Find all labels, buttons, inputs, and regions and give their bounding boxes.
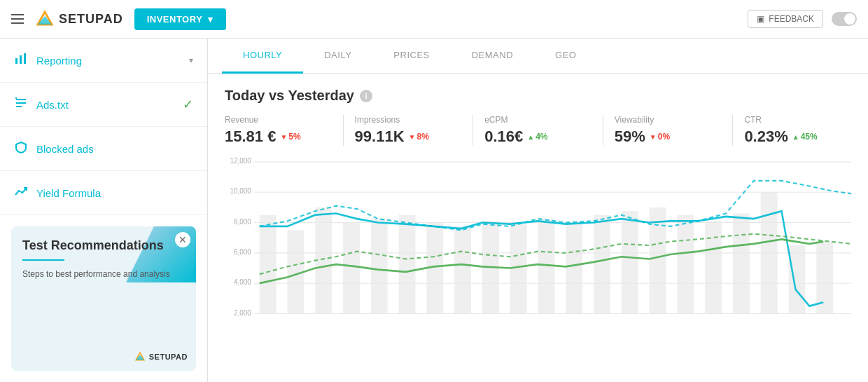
logo-icon [35,9,55,29]
sidebar-item-blocked-ads[interactable]: Blocked ads [0,127,207,171]
viewability-label: Viewability [615,115,708,125]
ecpm-amount: 0.16€ [484,128,523,146]
down-arrow-icon: ▼ [409,133,416,141]
ecpm-label: eCPM [484,115,578,125]
metrics-row: Revenue 15.81 € ▼ 5% Impressions 99.11K [225,115,851,146]
logo: SETUPAD [35,9,123,29]
ecpm-value: 0.16€ ▲ 4% [484,128,578,146]
up-arrow-icon: ▲ [792,133,799,141]
svg-text:6,000: 6,000 [234,248,251,256]
down-arrow-icon: ▼ [650,133,657,141]
content-area: HOURLY DAILY PRICES DEMAND GEO Today vs … [208,39,868,382]
revenue-change: ▼ 5% [280,132,300,142]
chevron-down-icon: ▾ [208,14,214,25]
ecpm-change-value: 4% [536,132,547,142]
promo-title: Test Recommendations [22,238,185,254]
sidebar-item-ads-txt[interactable]: Ads.txt ✓ [0,83,207,127]
svg-rect-2 [15,58,18,64]
svg-text:8,000: 8,000 [234,217,251,225]
promo-card: ✕ Test Recommendations Steps to best per… [11,226,196,371]
svg-rect-28 [399,215,416,314]
header: SETUPAD INVENTORY ▾ ▣ FEEDBACK [0,0,868,39]
viewability-change: ▼ 0% [650,132,670,142]
viewability-value: 59% ▼ 0% [615,128,708,146]
metric-divider-4 [732,115,733,146]
tab-demand[interactable]: DEMAND [451,39,534,74]
svg-rect-35 [594,215,610,314]
chart-svg: 12,000 10,000 8,000 6,000 4,000 2,000 [225,154,851,336]
ctr-label: CTR [744,115,837,125]
metric-divider-1 [343,115,344,146]
tab-geo[interactable]: GEO [534,39,597,74]
svg-rect-39 [705,221,722,313]
shield-icon [14,141,28,156]
feedback-icon: ▣ [757,14,764,24]
svg-text:4,000: 4,000 [234,278,251,286]
ctr-amount: 0.23% [744,128,788,146]
impressions-change: ▼ 8% [409,132,429,142]
metric-divider-3 [603,115,603,146]
impressions-change-value: 8% [416,132,428,142]
header-right: ▣ FEEDBACK [748,10,857,28]
sidebar: Reporting ▾ Ads.txt ✓ Blocked ads Yield … [0,39,208,382]
revenue-value: 15.81 € ▼ 5% [225,128,318,146]
impressions-value: 99.11K ▼ 8% [355,128,448,146]
revenue-change-value: 5% [288,132,300,142]
metric-ctr: CTR 0.23% ▲ 45% [744,115,851,146]
inventory-label: INVENTORY [147,14,203,25]
logo-text: SETUPAD [59,12,123,27]
svg-rect-34 [566,223,582,314]
down-arrow-icon: ▼ [280,133,287,141]
feedback-label: FEEDBACK [769,14,814,24]
chart-area: Today vs Yesterday i Revenue 15.81 € ▼ 5… [208,74,868,382]
ctr-change: ▲ 45% [792,132,818,142]
info-icon[interactable]: i [360,90,372,102]
ecpm-change: ▲ 4% [527,132,547,142]
svg-text:12,000: 12,000 [230,157,251,165]
tab-prices[interactable]: PRICES [372,39,450,74]
metric-revenue: Revenue 15.81 € ▼ 5% [225,115,332,146]
promo-divider [22,259,64,261]
svg-rect-27 [371,219,388,313]
revenue-label: Revenue [225,115,318,125]
svg-text:2,000: 2,000 [234,308,251,316]
inventory-button[interactable]: INVENTORY ▾ [134,8,226,30]
svg-rect-4 [24,53,26,64]
chart-icon [14,53,28,68]
metric-divider-2 [472,115,473,146]
ctr-change-value: 45% [801,132,818,142]
tab-hourly[interactable]: HOURLY [222,39,303,74]
main-layout: Reporting ▾ Ads.txt ✓ Blocked ads Yield … [0,39,868,382]
svg-rect-38 [677,215,694,314]
check-icon: ✓ [183,97,193,112]
line-chart: 12,000 10,000 8,000 6,000 4,000 2,000 [225,154,851,336]
blocked-ads-label: Blocked ads [36,143,193,155]
up-arrow-icon: ▲ [527,133,534,141]
viewability-change-value: 0% [658,132,670,142]
header-left: SETUPAD INVENTORY ▾ [11,8,226,30]
impressions-label: Impressions [355,115,448,125]
trending-icon [14,185,28,200]
sidebar-item-reporting[interactable]: Reporting ▾ [0,39,207,83]
svg-rect-41 [761,192,778,313]
metric-ecpm: eCPM 0.16€ ▲ 4% [484,115,592,146]
hamburger-menu[interactable] [11,14,24,24]
svg-rect-32 [510,224,527,314]
revenue-amount: 15.81 € [225,128,276,146]
svg-rect-40 [733,214,750,314]
promo-logo-icon [134,351,146,362]
promo-text: Steps to best performance and analysis [22,268,185,280]
svg-rect-30 [454,226,471,314]
tab-daily[interactable]: DAILY [303,39,372,74]
promo-footer-logo: SETUPAD [149,353,188,361]
viewability-amount: 59% [615,128,645,146]
metric-impressions: Impressions 99.11K ▼ 8% [355,115,462,146]
feedback-button[interactable]: ▣ FEEDBACK [748,10,823,28]
chevron-down-icon: ▾ [189,55,193,65]
ctr-value: 0.23% ▲ 45% [744,128,837,146]
svg-rect-42 [789,245,806,314]
toggle-switch[interactable] [832,12,857,26]
sidebar-item-yield-formula[interactable]: Yield Formula [0,171,207,215]
svg-rect-26 [343,223,360,314]
list-icon [14,97,28,112]
